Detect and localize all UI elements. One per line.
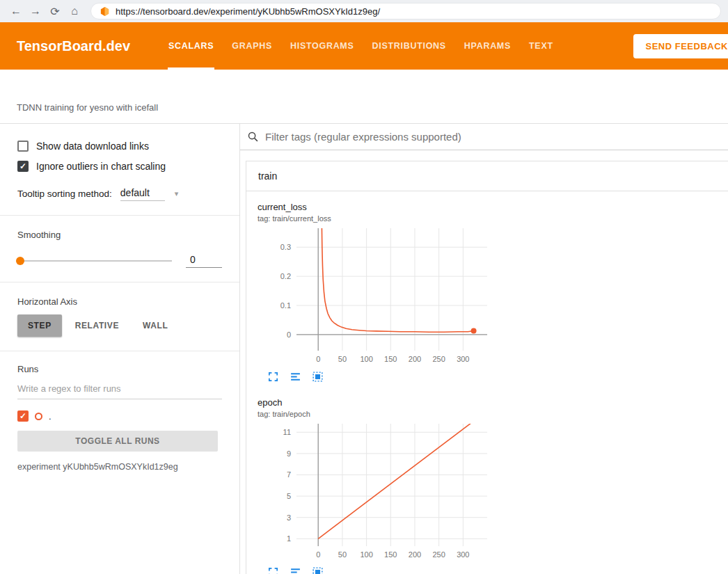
- svg-text:0.1: 0.1: [280, 301, 291, 310]
- charts-grid: current_loss tag: train/current_loss 00.…: [246, 191, 728, 574]
- tab-graphs[interactable]: GRAPHS: [223, 22, 281, 70]
- url-text: https://tensorboard.dev/experiment/yKUbh…: [116, 6, 380, 17]
- send-feedback-button[interactable]: SEND FEEDBACK: [633, 34, 728, 58]
- expand-card-icon[interactable]: [267, 371, 280, 383]
- chart-card: current_loss tag: train/current_loss 00.…: [258, 202, 491, 383]
- app-header: TensorBoard.dev SCALARSGRAPHSHISTOGRAMSD…: [0, 22, 728, 70]
- run-color-circle: [35, 413, 42, 420]
- chart-actions: [258, 566, 491, 574]
- runs-list: ✓.: [17, 410, 222, 422]
- tag-filter-input[interactable]: [265, 131, 721, 143]
- experiment-title: TDNN training for yesno with icefall: [17, 102, 158, 113]
- horizontal-axis-label: Horizontal Axis: [17, 296, 222, 307]
- run-row[interactable]: ✓.: [17, 410, 222, 422]
- browser-toolbar: ← → ⟳ ⌂ https://tensorboard.dev/experime…: [0, 0, 728, 22]
- line-chart[interactable]: 1357911050100150200250300: [258, 420, 491, 563]
- tooltip-sorting-label: Tooltip sorting method:: [17, 189, 112, 201]
- svg-text:200: 200: [409, 550, 421, 559]
- axis-button-wall[interactable]: WALL: [132, 314, 178, 337]
- checkbox-label: Ignore outliers in chart scaling: [36, 161, 166, 172]
- chart-actions: [258, 371, 491, 383]
- reload-icon[interactable]: ⟳: [46, 2, 64, 20]
- svg-text:9: 9: [287, 449, 291, 458]
- log-scale-icon[interactable]: [290, 371, 302, 383]
- show-download-links-row[interactable]: ✓ Show data download links: [17, 141, 222, 152]
- smoothing-value[interactable]: 0: [186, 254, 222, 268]
- dropdown-value: default: [120, 187, 165, 201]
- svg-text:11: 11: [283, 428, 291, 436]
- axis-buttons: STEPRELATIVEWALL: [17, 314, 222, 337]
- runs-label: Runs: [17, 364, 222, 374]
- svg-text:0: 0: [316, 550, 320, 559]
- svg-text:3: 3: [287, 513, 291, 522]
- smoothing-label: Smoothing: [17, 230, 222, 240]
- app-title: TensorBoard.dev: [17, 38, 130, 54]
- svg-text:300: 300: [457, 355, 469, 363]
- svg-text:50: 50: [338, 550, 347, 559]
- svg-text:200: 200: [409, 355, 421, 363]
- svg-text:0: 0: [287, 330, 291, 339]
- svg-text:5: 5: [287, 492, 291, 500]
- fit-domain-icon[interactable]: [312, 566, 324, 574]
- svg-text:100: 100: [360, 550, 372, 559]
- fit-domain-icon[interactable]: [312, 371, 324, 383]
- forward-icon[interactable]: →: [26, 2, 45, 20]
- svg-text:150: 150: [384, 550, 397, 559]
- experiment-header: TDNN training for yesno with icefall: [0, 70, 728, 124]
- run-checkbox[interactable]: ✓: [17, 410, 29, 422]
- toggle-all-runs-button[interactable]: TOGGLE ALL RUNS: [17, 431, 218, 452]
- main-content: train current_loss tag: train/current_lo…: [240, 124, 728, 574]
- smoothing-slider[interactable]: [17, 260, 172, 262]
- tab-scalars[interactable]: SCALARS: [159, 22, 223, 70]
- svg-text:250: 250: [432, 355, 445, 363]
- svg-text:100: 100: [360, 355, 372, 363]
- page: ← → ⟳ ⌂ https://tensorboard.dev/experime…: [0, 0, 728, 574]
- svg-text:250: 250: [432, 550, 445, 559]
- slider-thumb[interactable]: [16, 257, 24, 265]
- checkbox-icon[interactable]: ✓: [17, 141, 29, 152]
- checkbox-icon[interactable]: ✓: [17, 161, 29, 172]
- address-bar[interactable]: https://tensorboard.dev/experiment/yKUbh…: [90, 3, 721, 19]
- axis-button-step[interactable]: STEP: [17, 314, 62, 337]
- svg-text:0.2: 0.2: [280, 272, 291, 280]
- chart-tag: tag: train/current_loss: [258, 214, 491, 223]
- tag-group-card: train current_loss tag: train/current_lo…: [246, 161, 728, 574]
- expand-card-icon[interactable]: [267, 566, 280, 574]
- home-icon[interactable]: ⌂: [65, 2, 84, 20]
- svg-text:50: 50: [338, 355, 347, 363]
- chart-tag: tag: train/epoch: [258, 410, 491, 418]
- tab-distributions[interactable]: DISTRIBUTIONS: [363, 22, 455, 70]
- svg-text:150: 150: [384, 355, 397, 363]
- tab-histograms[interactable]: HISTOGRAMS: [281, 22, 363, 70]
- ignore-outliers-row[interactable]: ✓ Ignore outliers in chart scaling: [17, 161, 222, 172]
- svg-text:0: 0: [316, 355, 320, 363]
- runs-filter-input[interactable]: [17, 383, 222, 399]
- nav-tabs: SCALARSGRAPHSHISTOGRAMSDISTRIBUTIONSHPAR…: [159, 22, 562, 70]
- axis-button-relative[interactable]: RELATIVE: [65, 314, 129, 337]
- tag-filter-row: [240, 124, 728, 150]
- tooltip-sorting-dropdown[interactable]: default ▾: [120, 187, 179, 201]
- checkbox-label: Show data download links: [36, 141, 149, 152]
- experiment-id-note: experiment yKUbhb5wRmOSXYkId1z9eg: [17, 462, 222, 472]
- svg-text:0.3: 0.3: [280, 243, 291, 251]
- line-chart[interactable]: 00.10.20.3050100150200250300: [258, 224, 491, 367]
- log-scale-icon[interactable]: [290, 566, 302, 574]
- chevron-down-icon: ▾: [175, 189, 179, 201]
- run-name: .: [49, 411, 52, 422]
- tag-group-title[interactable]: train: [246, 161, 728, 191]
- svg-text:1: 1: [287, 534, 291, 543]
- settings-sidebar: ✓ Show data download links ✓ Ignore outl…: [0, 124, 240, 574]
- tab-text[interactable]: TEXT: [520, 22, 562, 70]
- svg-text:300: 300: [457, 550, 469, 559]
- back-icon[interactable]: ←: [7, 2, 25, 20]
- search-icon: [247, 131, 259, 143]
- svg-text:7: 7: [287, 470, 291, 479]
- chart-card: epoch tag: train/epoch 13579110501001502…: [258, 397, 491, 574]
- site-favicon: [100, 6, 110, 17]
- chart-title: current_loss: [258, 202, 491, 212]
- tab-hparams[interactable]: HPARAMS: [455, 22, 520, 70]
- chart-title: epoch: [258, 397, 491, 408]
